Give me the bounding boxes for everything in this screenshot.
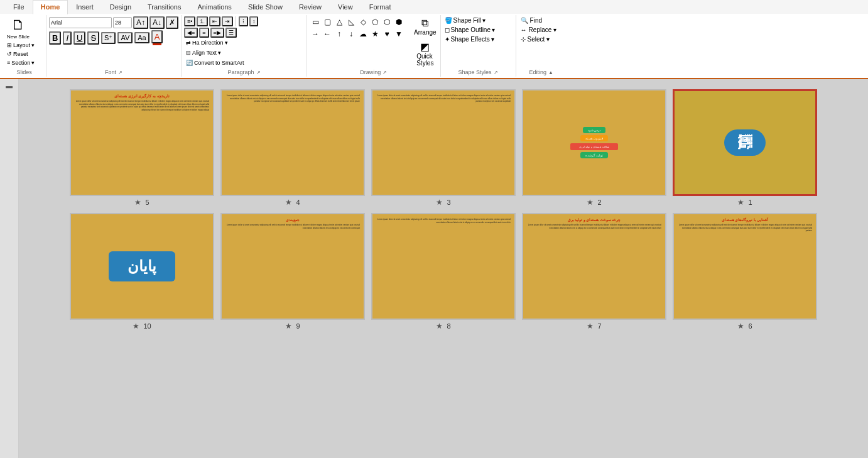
slide-thumb-6[interactable]: آشنایی با نیروگاه‌های هسته‌ای Lorem ipsu…: [673, 213, 817, 320]
align-text-btn[interactable]: ⊟ Align Text ▾: [184, 49, 223, 57]
section-btn[interactable]: ≡ Section ▾: [5, 59, 43, 67]
align-right-btn[interactable]: =▶: [210, 28, 224, 38]
slide-10-num-row: ★ 10: [133, 322, 151, 330]
select-btn[interactable]: ⊹ Select ▾: [519, 35, 559, 43]
flow-box-4: تولید گرشده: [580, 152, 607, 158]
align-center-btn[interactable]: =: [199, 28, 209, 38]
paragraph-expand-icon[interactable]: ↗: [256, 70, 261, 75]
drawing-expand-icon[interactable]: ↗: [382, 70, 387, 75]
new-slide-btn[interactable]: 🗋 New Slide: [5, 16, 31, 40]
clear-format-btn[interactable]: ✗: [166, 16, 178, 29]
shape-arrow[interactable]: →: [310, 28, 321, 40]
layout-btn[interactable]: ⊞ Layout ▾: [5, 41, 43, 49]
quick-styles-btn[interactable]: ◩ QuickStyles: [413, 40, 438, 68]
shape-left-arrow[interactable]: ←: [322, 28, 333, 40]
font-size-input[interactable]: [113, 17, 132, 28]
shape-up-arrow[interactable]: ↑: [334, 28, 345, 40]
tab-design[interactable]: Design: [102, 0, 139, 14]
slide-thumb-7[interactable]: چرخه سوخت هسته‌ای و تولید برق Lorem ipsu…: [522, 213, 666, 320]
slide-9-content: جمع‌بندی Lorem ipsum dolor sit amet cons…: [222, 214, 364, 319]
shape-pentagon[interactable]: ⬠: [369, 16, 381, 28]
editing-expand-icon[interactable]: ▲: [548, 70, 553, 75]
line-spacing-btn[interactable]: ↕: [249, 16, 259, 26]
indent-dec-btn[interactable]: ⇤: [209, 16, 220, 26]
slide-panel-label: ▐: [6, 84, 13, 88]
bold-btn[interactable]: B: [49, 31, 61, 45]
replace-icon: ↔: [521, 26, 527, 33]
tab-insert[interactable]: Insert: [68, 0, 102, 14]
tab-animations[interactable]: Animations: [189, 0, 239, 14]
align-text-label: Align Text: [192, 50, 217, 56]
shape-effects-btn[interactable]: ✦ Shape Effects ▾: [443, 35, 496, 43]
font-size-decrease-btn[interactable]: A↓: [149, 16, 165, 29]
find-btn[interactable]: 🔍 Find: [519, 16, 559, 25]
shape-diamond[interactable]: ◇: [357, 16, 369, 28]
slide-4-num-row: ★ 4: [285, 198, 300, 207]
shadow-btn[interactable]: S⁺: [101, 32, 116, 44]
shape-triangle[interactable]: △: [334, 16, 345, 28]
shape-right-triangle[interactable]: ◺: [345, 16, 357, 28]
shape-rounded-rect[interactable]: ▢: [322, 16, 333, 28]
shape-down-arrow[interactable]: ↓: [345, 28, 357, 40]
char-spacing-btn[interactable]: AV: [117, 32, 133, 43]
shape-more[interactable]: ▼: [393, 28, 404, 40]
slide-5-content: Lorem ipsum dolor sit amet consectetur a…: [75, 100, 209, 111]
quick-styles-icon: ◩: [420, 41, 430, 53]
slide-thumb-5[interactable]: تاریخچه به کارگیری انرژی هسته‌ای Lorem i…: [70, 89, 214, 196]
shape-rect[interactable]: ▭: [310, 16, 321, 28]
slide-thumb-3[interactable]: Lorem ipsum dolor sit amet consectetur a…: [371, 89, 516, 196]
text-direction-btn[interactable]: ⇄ Ha Direction ▾: [184, 39, 230, 46]
tab-home[interactable]: Home: [33, 0, 68, 14]
slide-thumb-2[interactable]: درس شود فیزیون هسته شکافت هسته‌ای و تولی…: [522, 89, 666, 196]
font-expand-icon[interactable]: ↗: [118, 70, 122, 75]
slide-thumb-8[interactable]: Lorem ipsum dolor sit amet consectetur a…: [371, 213, 516, 320]
main-area: ▐ تاریخچه به کارگیری انرژی هسته‌ای Lorem…: [0, 79, 868, 458]
tab-slideshow[interactable]: Slide Show: [240, 0, 291, 14]
tab-format[interactable]: Format: [361, 0, 399, 14]
font-size-increase-btn[interactable]: A↑: [133, 16, 148, 29]
slide-thumb-10[interactable]: پایان: [70, 213, 214, 320]
shape-heart[interactable]: ♥: [381, 28, 393, 40]
tab-view[interactable]: View: [330, 0, 361, 14]
font-color-btn[interactable]: A: [151, 30, 163, 43]
shape-outline-arrow: ▾: [492, 26, 495, 33]
case-btn[interactable]: Aa: [134, 32, 149, 43]
shape-cloud[interactable]: ☁: [357, 28, 369, 40]
strikethrough-btn[interactable]: S: [87, 31, 99, 45]
italic-btn[interactable]: I: [63, 31, 72, 45]
shape-outline-btn[interactable]: ◻ Shape Outline ▾: [443, 26, 496, 34]
font-name-input[interactable]: [49, 17, 112, 28]
text-direction-label: Ha Direction: [192, 40, 224, 46]
align-left-btn[interactable]: ◀=: [184, 28, 198, 38]
convert-smartart-btn[interactable]: 🔄 Convert to SmartArt: [184, 59, 246, 67]
slide-thumb-4[interactable]: Lorem ipsum dolor sit amet consectetur a…: [220, 89, 365, 196]
shape-octagon[interactable]: ⬢: [393, 16, 404, 28]
shape-star[interactable]: ★: [369, 28, 381, 40]
arrange-btn[interactable]: ⧉ Arrange: [413, 16, 438, 37]
tab-transitions[interactable]: Transitions: [139, 0, 189, 14]
underline-btn[interactable]: U: [73, 31, 85, 45]
slide-9-num: 9: [296, 322, 300, 330]
shape-styles-expand-icon[interactable]: ↗: [494, 70, 498, 75]
slide-thumb-1[interactable]: ﷽: [673, 89, 817, 196]
ribbon: File Home Insert Design Transitions Anim…: [0, 0, 868, 79]
shape-effects-label: Shape Effects: [451, 36, 490, 43]
group-font: A↑ A↓ ✗ B I U S S⁺ AV Aa A: [46, 15, 182, 77]
slide-1-content: ﷽: [675, 91, 815, 194]
justify-btn[interactable]: ☰: [225, 28, 237, 38]
slide-1-num: 1: [748, 199, 752, 206]
replace-btn[interactable]: ↔ Replace ▾: [519, 26, 559, 34]
editing-group-label: Editing ▲: [519, 68, 564, 75]
slide-item-1: ﷽ ★ 1: [673, 89, 817, 207]
shape-hexagon[interactable]: ⬡: [381, 16, 393, 28]
numbering-btn[interactable]: 1.: [197, 16, 208, 26]
columns-btn[interactable]: ⫶: [239, 16, 248, 26]
tab-file[interactable]: File: [5, 0, 33, 14]
para-sep1: [236, 16, 236, 26]
slide-thumb-9[interactable]: جمع‌بندی Lorem ipsum dolor sit amet cons…: [220, 213, 365, 320]
reset-btn[interactable]: ↺ Reset: [5, 50, 43, 58]
bullets-btn[interactable]: ≡•: [184, 16, 195, 26]
indent-inc-btn[interactable]: ⇥: [222, 16, 233, 26]
shape-fill-btn[interactable]: 🪣 Shape Fill ▾: [443, 16, 496, 25]
tab-review[interactable]: Review: [291, 0, 330, 14]
